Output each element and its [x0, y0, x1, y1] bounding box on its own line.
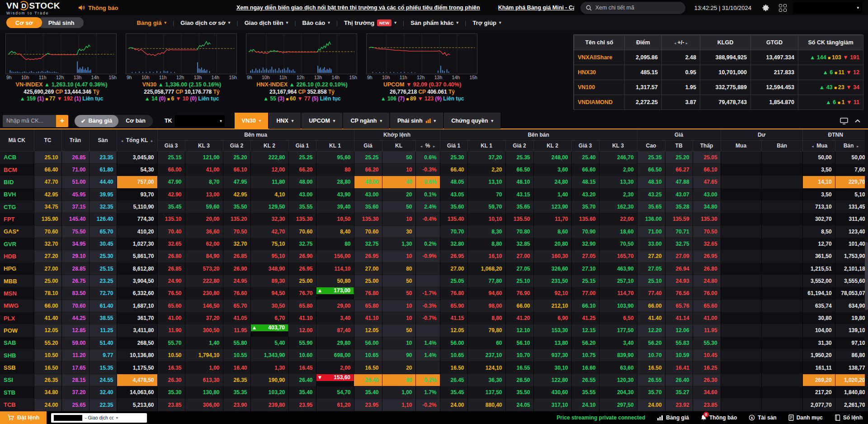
- board-cell[interactable]: 135.90: [34, 213, 61, 225]
- board-cell[interactable]: 66.27: [665, 163, 693, 176]
- board-cell[interactable]: 613,30: [185, 374, 223, 386]
- footer-link-portfolio[interactable]: Danh mục: [788, 414, 823, 421]
- board-cell[interactable]: 43,90: [316, 188, 354, 200]
- footer-account-select[interactable]: - Giao dịch cơ sở có vay ▾: [51, 413, 147, 423]
- board-cell[interactable]: 66.20: [288, 163, 316, 176]
- sub-header-giá-2[interactable]: Giá 2: [505, 140, 533, 151]
- board-cell[interactable]: 40: [382, 176, 415, 188]
- board-cell[interactable]: 19,80: [835, 312, 868, 324]
- board-cell[interactable]: 39,40: [316, 200, 354, 213]
- board-cell[interactable]: 28.15: [61, 374, 89, 386]
- board-cell[interactable]: 13,10: [467, 176, 505, 188]
- col-header-sàn[interactable]: Sàn: [89, 129, 117, 151]
- board-cell[interactable]: 35.60: [354, 200, 382, 213]
- board-cell[interactable]: 25.15: [157, 151, 185, 163]
- sub-header-kl-1[interactable]: KL 1: [467, 140, 505, 151]
- sub-header-kl-1[interactable]: KL 1: [316, 140, 354, 151]
- ticker-search[interactable]: [580, 2, 685, 14]
- board-cell[interactable]: 27.20: [34, 250, 61, 262]
- board-cell[interactable]: 66.40: [440, 163, 467, 176]
- board-cell[interactable]: 25.15: [89, 262, 117, 275]
- board-cell[interactable]: 35.55: [288, 200, 316, 213]
- board-cell[interactable]: 16.45: [288, 362, 316, 374]
- board-cell[interactable]: 10: [382, 312, 415, 324]
- board-cell[interactable]: 12.05: [354, 324, 382, 337]
- board-cell[interactable]: 25.30: [89, 250, 117, 262]
- board-cell[interactable]: 66.10: [223, 163, 250, 176]
- ticker-symbol[interactable]: MWG: [0, 300, 34, 312]
- board-cell[interactable]: 135.30: [354, 213, 382, 225]
- board-cell[interactable]: 12.06: [665, 324, 693, 337]
- board-cell[interactable]: 2,30: [599, 188, 637, 200]
- board-cell[interactable]: 1,175,50: [117, 362, 157, 374]
- board-cell[interactable]: 190,90: [250, 374, 288, 386]
- board-cell[interactable]: 25.15: [571, 275, 599, 287]
- board-cell[interactable]: 246,70: [599, 151, 637, 163]
- board-cell[interactable]: 1.4%: [415, 337, 440, 349]
- board-cell[interactable]: 56.00: [440, 337, 467, 349]
- board-cell[interactable]: 135.40: [440, 213, 467, 225]
- board-cell[interactable]: 80: [382, 374, 415, 386]
- board-cell[interactable]: 145.40: [61, 213, 89, 225]
- board-cell[interactable]: 269,20: [802, 374, 835, 386]
- board-cell[interactable]: 26.45: [440, 374, 467, 386]
- ticker-symbol[interactable]: STB: [0, 386, 34, 399]
- sub-header-thấp[interactable]: Thấp: [693, 140, 721, 151]
- board-cell[interactable]: 41.10: [288, 312, 316, 324]
- board-cell[interactable]: 25.30: [440, 151, 467, 163]
- board-cell[interactable]: 123,40: [835, 225, 868, 238]
- board-tab-cp-ngành[interactable]: CP ngành▾: [343, 113, 389, 129]
- board-cell[interactable]: 89,30: [250, 275, 288, 287]
- board-cell[interactable]: 35.35: [223, 386, 250, 399]
- board-cell[interactable]: 27.05: [637, 262, 665, 275]
- board-cell[interactable]: 90: [382, 349, 415, 362]
- board-cell[interactable]: 65.80: [288, 300, 316, 312]
- board-cell[interactable]: 3,40: [599, 337, 637, 349]
- board-cell[interactable]: 70.70: [440, 225, 467, 238]
- board-cell[interactable]: 5,10: [835, 188, 868, 200]
- board-row-PLX[interactable]: PLX41.4044.2538.55361,7041.0037,2041.056…: [0, 312, 868, 324]
- nav-item-2[interactable]: Giao dịch cơ sở▾: [174, 19, 236, 26]
- board-cell[interactable]: 230,80: [185, 287, 223, 300]
- mode-fundamental[interactable]: Cơ bản: [118, 118, 153, 124]
- board-cell[interactable]: 1,30: [382, 238, 415, 250]
- sub-header-bán[interactable]: Bán: [761, 140, 802, 151]
- board-cell[interactable]: 50,80: [316, 275, 354, 287]
- board-cell[interactable]: 121,00: [185, 151, 223, 163]
- board-cell[interactable]: 10.65: [440, 349, 467, 362]
- board-cell[interactable]: 42,70: [250, 225, 288, 238]
- board-cell[interactable]: 38.55: [89, 312, 117, 324]
- board-cell[interactable]: 135.30: [693, 213, 721, 225]
- board-cell[interactable]: 32.65: [693, 238, 721, 250]
- board-row-SSI[interactable]: SSI26.3528.1524.554,478,5026.30613,3026.…: [0, 374, 868, 386]
- board-row-MBB[interactable]: MBB25.0026.7523.253,904,5024.90222,8024.…: [0, 275, 868, 287]
- board-cell[interactable]: 55.20: [34, 337, 61, 349]
- board-cell[interactable]: 10.65: [354, 349, 382, 362]
- board-cell[interactable]: 30.45: [89, 238, 117, 250]
- board-cell[interactable]: 66.00: [505, 300, 533, 312]
- board-cell[interactable]: 122,80: [533, 374, 571, 386]
- board-cell[interactable]: 70.71: [665, 225, 693, 238]
- sub-header-giá-1[interactable]: Giá 1: [288, 140, 316, 151]
- board-cell[interactable]: 35.40: [354, 386, 382, 399]
- board-cell[interactable]: 248,00: [533, 151, 571, 163]
- board-cell[interactable]: 114,70: [599, 287, 637, 300]
- board-cell[interactable]: 16.50: [354, 362, 382, 374]
- board-cell[interactable]: 65.60: [693, 300, 721, 312]
- board-cell[interactable]: 3,40: [316, 312, 354, 324]
- board-cell[interactable]: 66.10: [571, 300, 599, 312]
- board-tab-chứng-quyền[interactable]: Chứng quyền▾: [444, 113, 500, 129]
- board-cell[interactable]: 24.93: [665, 275, 693, 287]
- board-cell[interactable]: 51.40: [89, 337, 117, 349]
- board-cell[interactable]: 35.50: [223, 200, 250, 213]
- board-cell[interactable]: 54,30: [117, 163, 157, 176]
- board-cell[interactable]: 26.75: [61, 275, 89, 287]
- index-table-row[interactable]: VN1001,317.571.95332,775,88912,594.453▲ …: [574, 80, 863, 95]
- board-cell[interactable]: 123,90: [533, 200, 571, 213]
- board-cell[interactable]: 0.6%: [415, 151, 440, 163]
- board-cell[interactable]: 94,50: [250, 287, 288, 300]
- ticker-symbol[interactable]: SSB: [0, 362, 34, 374]
- board-cell[interactable]: 757,00: [117, 176, 157, 188]
- board-cell[interactable]: 63,60: [599, 362, 637, 374]
- board-cell[interactable]: 317,10: [533, 399, 571, 411]
